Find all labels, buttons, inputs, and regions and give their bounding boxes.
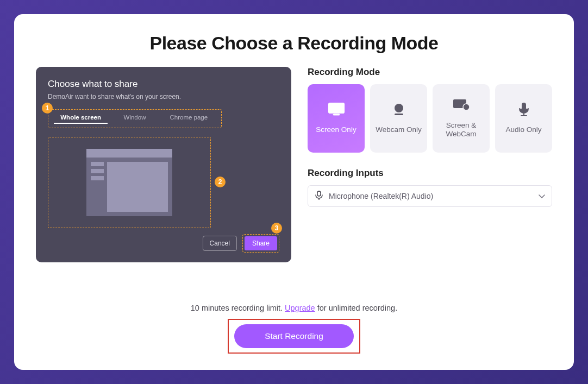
microphone-selected-value: Microphone (Realtek(R) Audio) bbox=[329, 192, 433, 200]
webcam-icon bbox=[390, 102, 408, 119]
svg-rect-9 bbox=[521, 115, 527, 116]
mode-label: Screen & WebCam bbox=[436, 121, 486, 140]
monitor-icon bbox=[328, 102, 345, 119]
share-tabs: Whole screen Window Chrome page bbox=[48, 109, 222, 128]
upgrade-link[interactable]: Upgrade bbox=[285, 304, 315, 312]
microphone-select[interactable]: Microphone (Realtek(R) Audio) bbox=[308, 185, 552, 207]
share-dialog-preview: Choose what to share DemoAir want to sha… bbox=[36, 67, 291, 262]
start-button-highlight: Start Recording bbox=[228, 319, 360, 354]
share-tab-whole-screen[interactable]: Whole screen bbox=[54, 113, 108, 124]
svg-point-6 bbox=[463, 104, 470, 110]
step-badge-3: 3 bbox=[271, 223, 282, 234]
mode-label: Webcam Only bbox=[376, 125, 422, 135]
svg-rect-4 bbox=[395, 114, 403, 115]
mode-audio-only[interactable]: Audio Only bbox=[495, 84, 552, 153]
share-tab-window[interactable]: Window bbox=[108, 113, 161, 124]
recording-mode-label: Recording Mode bbox=[308, 67, 552, 78]
share-tab-chrome-page[interactable]: Chrome page bbox=[162, 113, 216, 124]
footer: 10 minutes recording limit. Upgrade for … bbox=[14, 304, 574, 354]
mini-window-preview bbox=[86, 149, 172, 216]
svg-rect-0 bbox=[329, 103, 344, 113]
chevron-down-icon bbox=[539, 192, 545, 200]
svg-rect-8 bbox=[523, 113, 524, 115]
share-button[interactable]: Share bbox=[245, 236, 277, 250]
share-preview-box[interactable]: 2 bbox=[48, 137, 211, 228]
recording-inputs-label: Recording Inputs bbox=[308, 168, 552, 179]
mode-label: Audio Only bbox=[505, 125, 541, 135]
page-title: Please Choose a Recording Mode bbox=[36, 33, 552, 54]
settings-column: Recording Mode Screen Only Webcam Only bbox=[308, 67, 552, 262]
limit-suffix: for unlimited recording. bbox=[317, 304, 398, 312]
share-dialog-footer: Cancel 3 Share bbox=[203, 234, 279, 253]
main-card: Please Choose a Recording Mode Choose wh… bbox=[14, 14, 574, 370]
mode-webcam-only[interactable]: Webcam Only bbox=[370, 84, 427, 153]
share-button-highlight: 3 Share bbox=[242, 234, 279, 253]
share-dialog-heading: Choose what to share bbox=[48, 79, 279, 90]
cancel-button[interactable]: Cancel bbox=[203, 236, 237, 251]
mode-screen-only[interactable]: Screen Only bbox=[308, 84, 365, 153]
recording-limit-line: 10 minutes recording limit. Upgrade for … bbox=[14, 304, 574, 312]
screen-webcam-icon bbox=[453, 98, 470, 115]
svg-point-3 bbox=[397, 106, 401, 110]
mode-screen-webcam[interactable]: Screen & WebCam bbox=[433, 84, 490, 153]
step-badge-2: 2 bbox=[215, 177, 226, 187]
recording-mode-grid: Screen Only Webcam Only Screen & WebCam bbox=[308, 84, 552, 153]
mic-icon bbox=[515, 102, 533, 119]
share-dialog-subtext: DemoAir want to share what's on your scr… bbox=[48, 93, 279, 100]
limit-prefix: 10 minutes recording limit. bbox=[191, 304, 285, 312]
content-columns: Choose what to share DemoAir want to sha… bbox=[36, 67, 552, 262]
mode-label: Screen Only bbox=[316, 125, 356, 135]
start-recording-button[interactable]: Start Recording bbox=[234, 324, 354, 348]
svg-rect-10 bbox=[317, 191, 321, 196]
mic-icon bbox=[315, 191, 323, 202]
svg-rect-1 bbox=[333, 114, 340, 115]
